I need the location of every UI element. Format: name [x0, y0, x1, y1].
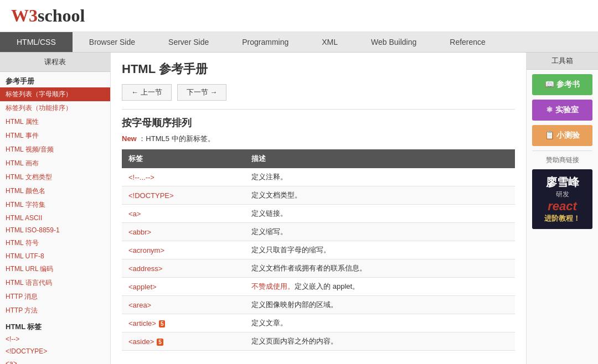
main-nav: HTML/CSS Browser Side Server Side Progra… — [0, 32, 598, 53]
reference-table: 标签 描述 <!--...-->定义注释。<!DOCTYPE>定义文档类型。<a… — [122, 149, 515, 351]
new-note-text: ：HTML5 中的新标签。 — [138, 134, 214, 143]
main-container: 课程表 参考手册 标签列表（字母顺序） 标签列表（功能排序） HTML 属性 H… — [0, 53, 598, 364]
sidebar-link-http-msg[interactable]: HTTP 消息 — [0, 290, 110, 304]
logo-w3: W3 — [11, 6, 38, 25]
table-cell-desc: 定义图像映射内部的区域。 — [245, 296, 515, 314]
table-cell-tag: <area> — [122, 296, 245, 314]
tool-quiz-button[interactable]: 📋 小测验 — [532, 125, 592, 146]
table-cell-desc: 定义文章。 — [245, 314, 515, 332]
header: W3school — [0, 0, 598, 32]
table-row: <applet>不赞成使用。定义嵌入的 applet。 — [122, 278, 515, 296]
table-cell-desc: 定义页面内容之外的内容。 — [245, 332, 515, 351]
tag-link[interactable]: <!--...--> — [128, 173, 154, 181]
table-row: <!DOCTYPE>定义文档类型。 — [122, 186, 515, 205]
prev-button[interactable]: ← 上一节 — [122, 84, 172, 101]
new-note: New ：HTML5 中的新标签。 — [122, 134, 515, 144]
col-tag: 标签 — [122, 149, 245, 168]
table-cell-desc: 定义文档类型。 — [245, 186, 515, 205]
table-cell-tag: <article>5 — [122, 314, 245, 332]
sidebar-link-html-lang[interactable]: HTML 语言代码 — [0, 276, 110, 290]
sidebar-link-doctype[interactable]: <!DOCTYPE> — [0, 345, 110, 357]
sidebar-link-tag-func[interactable]: 标签列表（功能排序） — [0, 101, 110, 115]
sidebar-link-html-canvas[interactable]: HTML 画布 — [0, 157, 110, 170]
tag-link[interactable]: <acronym> — [128, 246, 164, 254]
tag-link[interactable]: <article> — [128, 319, 156, 327]
sidebar-link-html-iso[interactable]: HTML ISO-8859-1 — [0, 224, 110, 236]
page-title: HTML 参考手册 — [122, 61, 515, 77]
tag-link[interactable]: <a> — [128, 210, 141, 218]
nav-item-xml[interactable]: XML — [305, 32, 354, 52]
table-cell-desc: 定义链接。 — [245, 205, 515, 223]
table-row: <!--...-->定义注释。 — [122, 168, 515, 186]
table-cell-tag: <!--...--> — [122, 168, 245, 186]
new-label: New — [122, 134, 137, 143]
sponsor-title: 赞助商链接 — [532, 150, 592, 165]
logo-school: school — [38, 6, 85, 25]
sidebar-link-html-utf8[interactable]: HTML UTF-8 — [0, 250, 110, 262]
sidebar-link-html-media[interactable]: HTML 视频/音频 — [0, 143, 110, 157]
table-cell-desc: 定义文档作者或拥有者的联系信息。 — [245, 259, 515, 278]
tag-link[interactable]: <abbr> — [128, 228, 151, 236]
right-sidebar: 工具箱 📖 参考书 ⚛ 实验室 📋 小测验 赞助商链接 廖雪峰 研发 react… — [526, 53, 598, 364]
nav-item-server-side[interactable]: Server Side — [152, 32, 225, 52]
sidebar-link-html-url[interactable]: HTML URL 编码 — [0, 262, 110, 276]
table-row: <article>5定义文章。 — [122, 314, 515, 332]
table-cell-desc: 定义注释。 — [245, 168, 515, 186]
sidebar-section-2: HTML 标签 — [0, 318, 110, 333]
table-row: <acronym>定义只取首字母的缩写。 — [122, 241, 515, 259]
sidebar-link-html-ascii[interactable]: HTML ASCII — [0, 212, 110, 224]
tag-link[interactable]: <applet> — [128, 283, 157, 291]
nav-item-reference[interactable]: Reference — [433, 32, 502, 52]
sidebar-link-tag-alpha[interactable]: 标签列表（字母顺序） — [0, 87, 110, 101]
tag-link[interactable]: <area> — [128, 301, 151, 309]
next-button[interactable]: 下一节 → — [177, 84, 227, 101]
col-desc: 描述 — [245, 149, 515, 168]
section-title: 按字母顺序排列 — [122, 116, 515, 129]
sidebar-link-html-symbol[interactable]: HTML 符号 — [0, 236, 110, 250]
sidebar-section-1: 参考手册 — [0, 72, 110, 87]
nav-item-programming[interactable]: Programming — [225, 32, 305, 52]
logo[interactable]: W3school — [11, 6, 85, 26]
table-cell-tag: <aside>5 — [122, 332, 245, 351]
tool-lab-button[interactable]: ⚛ 实验室 — [532, 100, 592, 121]
tag-link[interactable]: <!DOCTYPE> — [128, 191, 174, 200]
toolbox-title: 工具箱 — [527, 53, 598, 70]
table-cell-tag: <acronym> — [122, 241, 245, 259]
tool-reference-button[interactable]: 📖 参考书 — [532, 74, 592, 95]
sidebar-title: 课程表 — [0, 53, 110, 72]
nav-item-browser-side[interactable]: Browser Side — [73, 32, 152, 52]
table-row: <a>定义链接。 — [122, 205, 515, 223]
table-cell-tag: <!DOCTYPE> — [122, 186, 245, 205]
sidebar-link-html-event[interactable]: HTML 事件 — [0, 129, 110, 143]
sidebar-link-html-doctype[interactable]: HTML 文档类型 — [0, 170, 110, 184]
table-cell-desc: 不赞成使用。定义嵌入的 applet。 — [245, 278, 515, 296]
html5-badge: 5 — [157, 339, 163, 346]
sidebar-link-html-color[interactable]: HTML 颜色名 — [0, 184, 110, 198]
table-row: <abbr>定义缩写。 — [122, 223, 515, 241]
table-cell-tag: <applet> — [122, 278, 245, 296]
table-cell-tag: <address> — [122, 259, 245, 278]
table-row: <area>定义图像映射内部的区域。 — [122, 296, 515, 314]
table-cell-tag: <a> — [122, 205, 245, 223]
table-cell-desc: 定义缩写。 — [245, 223, 515, 241]
sidebar-link-html-attr[interactable]: HTML 属性 — [0, 115, 110, 129]
nav-item-html-css[interactable]: HTML/CSS — [0, 32, 73, 52]
table-row: <address>定义文档作者或拥有者的联系信息。 — [122, 259, 515, 278]
table-cell-desc: 定义只取首字母的缩写。 — [245, 241, 515, 259]
tag-link[interactable]: <address> — [128, 264, 162, 273]
html5-badge: 5 — [159, 320, 166, 327]
sidebar: 课程表 参考手册 标签列表（字母顺序） 标签列表（功能排序） HTML 属性 H… — [0, 53, 111, 364]
sidebar-link-http-method[interactable]: HTTP 方法 — [0, 304, 110, 318]
sidebar-link-comment[interactable]: <!--> — [0, 333, 110, 345]
sidebar-link-html-charset[interactable]: HTML 字符集 — [0, 198, 110, 212]
sponsor-cta: 进阶教程！ — [538, 214, 587, 223]
sponsor-product: react — [538, 199, 587, 214]
sponsor-box[interactable]: 廖雪峰 研发 react 进阶教程！ — [532, 169, 592, 229]
table-cell-tag: <abbr> — [122, 223, 245, 241]
table-row: <aside>5定义页面内容之外的内容。 — [122, 332, 515, 351]
nav-item-web-building[interactable]: Web Building — [354, 32, 433, 52]
sidebar-link-a[interactable]: <a> — [0, 357, 110, 364]
nav-buttons: ← 上一节 下一节 → — [122, 84, 515, 101]
deprecated-label: 不赞成使用。 — [251, 282, 295, 290]
tag-link[interactable]: <aside> — [128, 337, 154, 346]
